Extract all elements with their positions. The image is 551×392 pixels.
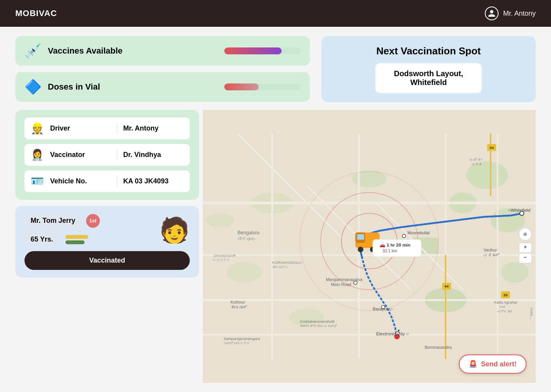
doses-label: Doses in Vial (48, 82, 218, 92)
svg-text:Mangammanapalya: Mangammanapalya (326, 277, 363, 282)
svg-text:Basapura○: Basapura○ (373, 307, 393, 311)
user-name: Mr. Antony (503, 10, 536, 18)
patient-age: 65 Yrs. (24, 232, 59, 247)
dose-badge: 1st (86, 214, 100, 228)
svg-text:−: − (524, 254, 527, 260)
user-avatar-icon (485, 7, 499, 20)
patient-name: Mr. Tom Jerry (24, 214, 82, 228)
row-divider (117, 123, 117, 134)
svg-point-7 (227, 262, 262, 283)
patient-color-bars (65, 235, 88, 244)
svg-text:ಅಗ್ರಹಾರ: ಅಗ್ರಹಾರ (497, 310, 513, 314)
vaccines-label: Vaccines Available (48, 46, 218, 56)
vaccinator-label: Vaccinator (50, 151, 111, 159)
vaccination-spot-card: Next Vaccination Spot Dodsworth Layout, … (321, 36, 536, 102)
map-container: 44 44 35 (203, 110, 536, 383)
svg-text:🚗 1 hr 20 min: 🚗 1 hr 20 min (380, 242, 410, 248)
svg-text:Bommasandra: Bommasandra (425, 345, 452, 350)
svg-point-36 (358, 247, 364, 252)
svg-text:ಸಂಪಂಗಿರಾಮನಗರ: ಸಂಪಂಗಿರಾಮನಗರ (223, 341, 250, 345)
svg-text:ಇಂದಿರಾ: ಇಂದಿರಾ (470, 158, 482, 162)
svg-text:32.1 km: 32.1 km (382, 248, 397, 253)
driver-label: Driver (50, 124, 111, 132)
app-header: MOBIVAC Mr. Antony (0, 0, 551, 27)
main-content: 💉 Vaccines Available 🔷 Doses in Vial Nex… (0, 27, 551, 392)
svg-text:35: 35 (504, 293, 508, 297)
svg-text:KORAMANGALA: KORAMANGALA (272, 260, 302, 265)
svg-text:ರಾಡ: ರಾಡ (499, 305, 506, 309)
send-alert-label: Send alert! (481, 360, 517, 368)
vehicle-icon: 🪪 (31, 175, 44, 188)
vehicle-row: 🪪 Vehicle No. KA 03 JK4093 (24, 170, 190, 192)
spot-location-line1: Dodsworth Layout, (394, 69, 463, 78)
svg-point-9 (501, 262, 529, 283)
svg-text:Kada Agrahar: Kada Agrahar (494, 300, 518, 304)
svg-text:Munnekollal: Munnekollal (408, 230, 430, 235)
svg-text:44: 44 (489, 145, 494, 150)
vaccinator-value: Dr. Vindhya (123, 151, 184, 159)
svg-text:Bengaluru: Bengaluru (238, 230, 260, 235)
svg-text:Doddakammanahalli: Doddakammanahalli (300, 319, 335, 323)
vehicle-label: Vehicle No. (50, 177, 111, 185)
patient-card: Mr. Tom Jerry 1st 65 Yrs. 🧑 Va (15, 206, 199, 278)
top-section: 💉 Vaccines Available 🔷 Doses in Vial Nex… (15, 36, 536, 102)
patient-top: Mr. Tom Jerry 1st 65 Yrs. 🧑 (24, 214, 190, 247)
vehicle-value: KA 03 JK4093 (123, 177, 184, 185)
alert-icon: 🚨 (469, 360, 477, 368)
patient-avatar: 🧑 (159, 216, 190, 245)
vaccinated-button[interactable]: Vaccinated (24, 251, 190, 270)
svg-text:ಜಯನಗರ: ಜಯನಗರ (213, 258, 230, 262)
vaccines-card: 💉 Vaccines Available (15, 36, 310, 66)
svg-text:○Whitefield: ○Whitefield (508, 207, 531, 212)
svg-text:44: 44 (445, 284, 449, 288)
svg-text:⊕: ⊕ (523, 232, 527, 237)
svg-text:Electronic City ○: Electronic City ○ (376, 331, 409, 336)
svg-point-8 (206, 213, 234, 227)
map-svg: 44 44 35 (203, 110, 536, 383)
patient-bottom: 65 Yrs. (24, 232, 155, 247)
stats-cards: 💉 Vaccines Available 🔷 Doses in Vial (15, 36, 310, 102)
svg-point-45 (402, 234, 406, 238)
svg-text:Sampanigiramangara: Sampanigiramangara (223, 336, 260, 341)
bottom-section: 👷 Driver Mr. Antony 👩‍⚕️ Vaccinator Dr. … (15, 110, 536, 383)
doses-progress-bar (224, 83, 301, 90)
svg-text:Varthur: Varthur (484, 248, 497, 252)
svg-text:Main Road: Main Road (331, 282, 351, 287)
svg-text:ಕೊರಮಂಗಲ: ಕೊರಮಂಗಲ (272, 265, 289, 269)
send-alert-button[interactable]: 🚨 Send alert! (459, 354, 527, 374)
svg-point-5 (352, 170, 387, 187)
row-divider (117, 176, 117, 187)
vaccinator-row: 👩‍⚕️ Vaccinator Dr. Vindhya (24, 144, 190, 166)
map-background: 44 44 35 (203, 110, 536, 383)
row-divider (117, 150, 117, 160)
driver-value: Mr. Antony (123, 124, 184, 132)
bar-yellow (65, 235, 88, 239)
svg-point-11 (290, 309, 324, 326)
svg-text:TAMI...: TAMI... (530, 307, 534, 319)
doses-card: 🔷 Doses in Vial (15, 72, 310, 102)
doses-icon: 🔷 (24, 79, 42, 95)
svg-text:JAYANAGAR: JAYANAGAR (213, 253, 236, 258)
svg-rect-38 (357, 234, 364, 240)
user-info: Mr. Antony (485, 7, 536, 20)
svg-text:ಬೆಂಗಳೂರು: ಬೆಂಗಳೂರು (238, 237, 255, 241)
vaccine-icon: 💉 (24, 43, 42, 59)
driver-icon: 👷 (31, 122, 44, 135)
svg-text:ಕೊತನೂರ್: ಕೊತನೂರ್ (231, 305, 247, 309)
vaccines-progress-fill (224, 47, 282, 54)
app-title: MOBIVAC (15, 8, 57, 18)
driver-row: 👷 Driver Mr. Antony (24, 118, 190, 139)
spot-title: Next Vaccination Spot (376, 45, 481, 57)
vaccinator-icon: 👩‍⚕️ (31, 149, 44, 161)
team-card: 👷 Driver Mr. Antony 👩‍⚕️ Vaccinator Dr. … (15, 110, 199, 200)
spot-location-line2: Whitefield (410, 78, 447, 87)
svg-text:ನಗರ: ನಗರ (471, 162, 483, 167)
svg-text:ವತ್ತೂರ್: ವತ್ತೂರ್ (484, 253, 499, 257)
bar-green (65, 240, 85, 244)
vaccines-progress-bar (224, 47, 301, 54)
svg-text:ದೊಡ್ಡಕ್ಕಮ್ಮನಹಳ್ಳಿ: ದೊಡ್ಡಕ್ಕಮ್ಮನಹಳ್ಳಿ (300, 324, 337, 328)
doses-progress-fill (224, 83, 259, 90)
spot-location: Dodsworth Layout, Whitefield (375, 63, 481, 93)
svg-text:+: + (524, 244, 527, 250)
left-panel: 👷 Driver Mr. Antony 👩‍⚕️ Vaccinator Dr. … (15, 110, 199, 383)
